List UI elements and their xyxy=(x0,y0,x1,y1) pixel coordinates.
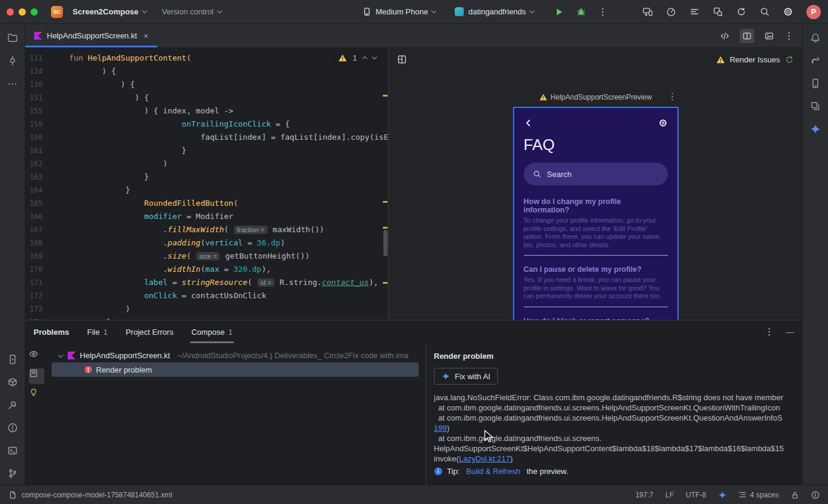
commit-tool-button[interactable] xyxy=(5,53,20,68)
more-tool-windows-button[interactable]: ⋯ xyxy=(5,76,20,91)
resource-manager-tool-button[interactable] xyxy=(808,98,823,114)
next-issue-icon[interactable] xyxy=(372,55,377,59)
back-icon[interactable] xyxy=(524,118,533,128)
build-tool-button[interactable] xyxy=(5,397,20,413)
device-manager-tool-button[interactable] xyxy=(808,76,823,91)
code-line[interactable]: 166modifier = Modifier xyxy=(25,210,388,223)
search-bar[interactable]: Search xyxy=(524,163,668,185)
file-encoding[interactable]: UTF-8 xyxy=(686,491,706,499)
tab-compose[interactable]: Compose 1 xyxy=(191,320,233,343)
warning-stripe-mark[interactable] xyxy=(383,95,388,97)
logcat-button[interactable] xyxy=(689,7,700,17)
statusbar-file[interactable]: compose-compose-model-1758748140651.xml xyxy=(8,491,172,499)
warning-stripe-mark[interactable] xyxy=(383,227,388,229)
code-line[interactable]: 162) xyxy=(25,157,388,170)
code-line[interactable]: 159onTrailingIconClick = { xyxy=(25,118,388,131)
code-line[interactable]: 164} xyxy=(25,184,388,197)
editor-tab[interactable]: HelpAndSupportScreen.kt × xyxy=(25,24,157,47)
phone-preview[interactable]: FAQ Search How do I change my profile in… xyxy=(513,107,679,320)
gradle-tool-button[interactable] xyxy=(808,53,823,68)
problems-tool-button[interactable] xyxy=(5,420,20,436)
tree-error-row[interactable]: Render problem xyxy=(52,362,419,377)
editor-scrollbar[interactable] xyxy=(383,230,388,256)
notifications-tool-button[interactable] xyxy=(808,30,823,46)
code-line[interactable]: 169.size( size = getButtonHeight()) xyxy=(25,250,388,263)
code-view-button[interactable] xyxy=(718,29,732,43)
running-devices-tool-button[interactable] xyxy=(5,352,20,367)
faq-item[interactable]: How do I change my profile information?T… xyxy=(524,195,668,256)
project-selector[interactable]: Screen2Compose xyxy=(69,7,150,16)
code-line[interactable]: 173) xyxy=(25,302,388,316)
render-issues-button[interactable]: Render Issues xyxy=(716,55,794,64)
code-line[interactable]: 155) { index, model -> xyxy=(25,104,388,118)
version-control-tool-button[interactable] xyxy=(5,466,20,481)
code-line[interactable]: 168.padding(vertical = 36.dp) xyxy=(25,236,388,250)
warning-stripe-mark[interactable] xyxy=(383,282,388,284)
build-refresh-link[interactable]: Build & Refresh xyxy=(466,467,520,476)
debug-button[interactable] xyxy=(576,7,586,17)
zoom-window-button[interactable] xyxy=(31,8,38,16)
code-line[interactable]: 170.widthIn(max = 320.dp), xyxy=(25,263,388,276)
code-editor[interactable]: 111fun HelpAndSupportContent(124) {130) … xyxy=(25,48,388,320)
gear-icon[interactable] xyxy=(658,118,668,128)
split-view-button[interactable] xyxy=(740,29,754,43)
ai-sparkle-icon[interactable] xyxy=(718,491,727,499)
tree-file-row[interactable]: HelpAndSupportScreen.kt ~/AndroidStudioP… xyxy=(48,348,426,362)
search-everywhere-button[interactable] xyxy=(760,7,770,17)
refresh-icon[interactable] xyxy=(785,55,794,64)
editor-options-button[interactable]: ⋮ xyxy=(784,31,794,41)
design-view-button[interactable] xyxy=(762,29,776,43)
faq-question[interactable]: How do I change my profile information? xyxy=(524,197,668,214)
code-line[interactable]: 172onClick = contactUsOnClick xyxy=(25,289,388,302)
run-configuration-selector[interactable]: datingandfriends xyxy=(451,7,537,16)
caret-position[interactable]: 197:7 xyxy=(635,491,653,499)
preview-issue-button[interactable] xyxy=(29,349,44,365)
indent-widget[interactable]: 4 spaces xyxy=(739,491,779,499)
line-separator[interactable]: LF xyxy=(665,491,674,499)
faq-question[interactable]: How do I block or report someone? xyxy=(524,317,668,320)
code-line[interactable]: 167.fillMaxWidth( fraction = maxWidth()) xyxy=(25,223,388,236)
settings-button[interactable] xyxy=(783,7,793,17)
code-line[interactable]: 160faqList[index] = faqList[index].copy(… xyxy=(25,131,388,144)
code-line[interactable]: 130) { xyxy=(25,78,388,91)
code-line[interactable]: 124) { xyxy=(25,65,388,78)
code-line[interactable]: 151) { xyxy=(25,91,388,104)
open-details-button[interactable] xyxy=(29,368,44,384)
project-tool-button[interactable] xyxy=(5,30,20,46)
tab-file[interactable]: File 1 xyxy=(87,320,107,343)
stack-link[interactable]: LazyDsl.kt:217 xyxy=(459,454,510,463)
inspections-widget[interactable]: 1 xyxy=(334,52,381,64)
preview-menu-icon[interactable]: ⋮ xyxy=(668,92,677,101)
sync-button[interactable] xyxy=(736,7,746,17)
profile-button[interactable]: P xyxy=(806,5,821,19)
profiler-button[interactable] xyxy=(666,7,676,17)
minimize-window-button[interactable] xyxy=(19,8,26,16)
app-inspection-button[interactable] xyxy=(713,7,723,17)
code-line[interactable]: 165RoundedFilledButton( xyxy=(25,197,388,210)
prev-issue-icon[interactable] xyxy=(362,56,367,61)
faq-item[interactable]: How do I block or report someone? xyxy=(524,314,668,320)
panel-options-button[interactable]: ⋮ xyxy=(764,327,774,337)
quick-fix-button[interactable] xyxy=(29,388,44,403)
tab-project-errors[interactable]: Project Errors xyxy=(125,320,173,343)
code-line[interactable]: 171label = stringResource( id = R.string… xyxy=(25,276,388,289)
code-line[interactable]: 174} xyxy=(25,316,388,320)
hide-panel-button[interactable]: — xyxy=(786,328,794,337)
preview-layout-button[interactable] xyxy=(397,55,407,64)
fix-with-ai-button[interactable]: Fix with AI xyxy=(434,368,498,385)
lock-open-icon[interactable] xyxy=(791,491,799,499)
device-selector[interactable]: Medium Phone xyxy=(359,7,439,16)
terminal-tool-button[interactable] xyxy=(5,443,20,458)
faq-question[interactable]: Can I pause or delete my profile? xyxy=(524,265,668,274)
vcs-widget[interactable]: Version control xyxy=(158,7,225,16)
info-circle-icon[interactable] xyxy=(811,491,820,499)
faq-item[interactable]: Can I pause or delete my profile?Yes. If… xyxy=(524,263,668,307)
device-explorer-tool-button[interactable] xyxy=(5,374,20,390)
stack-link[interactable]: 199 xyxy=(434,424,447,433)
warning-stripe-mark[interactable] xyxy=(383,201,388,203)
device-mirroring-button[interactable] xyxy=(643,7,653,17)
close-window-button[interactable] xyxy=(7,8,14,16)
close-tab-icon[interactable]: × xyxy=(143,31,148,41)
gemini-tool-button[interactable] xyxy=(808,121,823,137)
code-line[interactable]: 163} xyxy=(25,170,388,184)
